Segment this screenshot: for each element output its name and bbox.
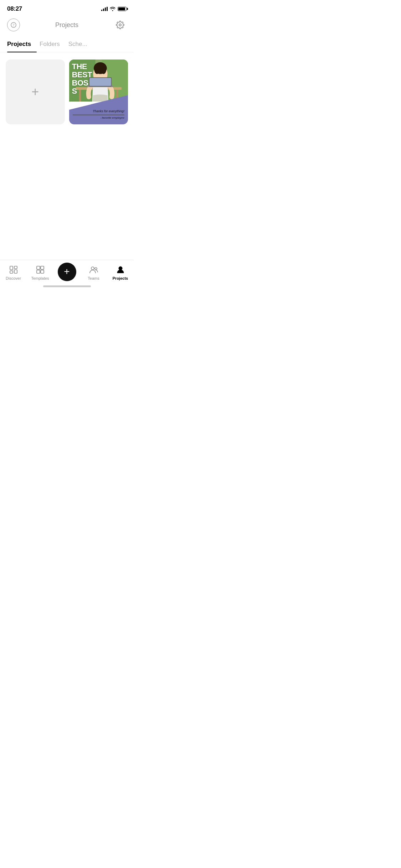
tab-item-discover[interactable]: Discover <box>0 265 27 280</box>
tab-item-templates[interactable]: Templates <box>27 265 53 280</box>
battery-icon <box>118 7 127 11</box>
svg-rect-22 <box>37 270 40 273</box>
svg-text:?: ? <box>13 23 15 27</box>
project-card-boss[interactable]: THE BEST BOS S Thanks for everything! - … <box>69 60 128 124</box>
svg-rect-21 <box>41 266 44 269</box>
tab-item-add[interactable]: + <box>53 264 80 281</box>
svg-rect-23 <box>41 270 44 273</box>
bottom-tab-bar: Discover Templates + Teams <box>0 260 134 289</box>
tab-folders[interactable]: Folders <box>40 37 66 52</box>
tab-projects[interactable]: Projects <box>7 37 37 52</box>
svg-rect-16 <box>10 266 13 270</box>
gear-icon <box>116 21 124 29</box>
templates-icon <box>35 265 45 275</box>
projects-tab-label: Projects <box>113 276 128 280</box>
svg-rect-18 <box>14 266 17 269</box>
tabs-container: Projects Folders Sche... <box>0 37 134 52</box>
projects-grid: + <box>0 60 134 124</box>
status-time: 08:27 <box>7 5 22 12</box>
discover-label: Discover <box>6 276 21 280</box>
fab-add-button[interactable]: + <box>58 263 76 281</box>
teams-icon <box>89 265 99 275</box>
settings-button[interactable] <box>114 19 127 31</box>
svg-point-2 <box>119 24 121 26</box>
status-icons <box>101 7 127 11</box>
boss-title: THE BEST BOS S <box>72 62 125 95</box>
discover-icon <box>9 265 19 275</box>
add-project-icon: + <box>31 86 39 98</box>
status-bar: 08:27 <box>0 0 134 16</box>
boss-card-content: THE BEST BOS S Thanks for everything! - … <box>69 60 128 124</box>
header: ? Projects <box>0 16 134 37</box>
tab-item-projects[interactable]: Projects <box>107 265 134 280</box>
tab-item-teams[interactable]: Teams <box>80 265 107 280</box>
boss-footer-text: Thanks for everything! - favorite employ… <box>73 109 125 119</box>
teams-label: Teams <box>88 276 99 280</box>
help-button[interactable]: ? <box>7 19 20 31</box>
new-project-card[interactable]: + <box>6 60 65 124</box>
header-title: Projects <box>55 21 78 29</box>
projects-icon <box>115 265 125 275</box>
svg-rect-17 <box>10 271 13 273</box>
svg-point-25 <box>95 268 97 270</box>
svg-rect-19 <box>14 270 17 273</box>
tab-schedule[interactable]: Sche... <box>68 37 93 52</box>
svg-point-24 <box>91 267 94 270</box>
templates-label: Templates <box>31 276 49 280</box>
signal-icon <box>101 7 108 11</box>
fab-plus-icon: + <box>64 267 70 277</box>
home-indicator <box>43 285 91 287</box>
help-icon: ? <box>11 22 16 28</box>
wifi-icon <box>110 7 115 11</box>
svg-rect-20 <box>37 266 40 269</box>
